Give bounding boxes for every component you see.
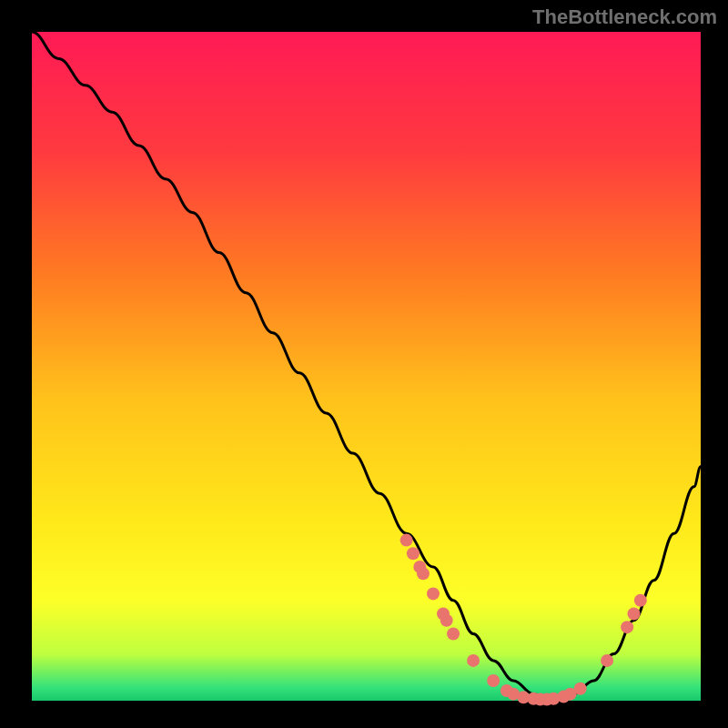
data-point	[440, 614, 453, 627]
data-point	[467, 654, 480, 667]
data-point	[574, 682, 587, 695]
data-point	[487, 674, 500, 687]
data-point	[601, 654, 613, 667]
watermark-text: TheBottleneck.com	[532, 5, 717, 29]
data-point	[628, 607, 641, 620]
plot-background	[32, 32, 701, 701]
data-point	[447, 628, 460, 641]
data-point	[407, 547, 420, 560]
bottleneck-chart	[0, 0, 728, 728]
data-point	[400, 534, 413, 547]
data-point	[427, 587, 440, 600]
chart-frame: TheBottleneck.com	[0, 0, 728, 728]
data-point	[621, 621, 633, 633]
data-point	[417, 567, 430, 580]
data-point	[634, 594, 647, 607]
